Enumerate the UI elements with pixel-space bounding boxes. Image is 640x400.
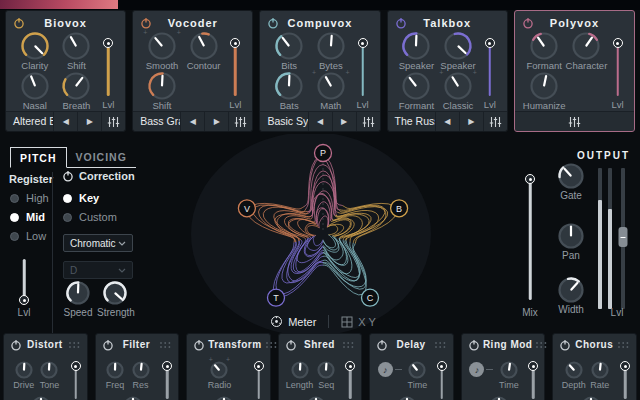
module-level-slider[interactable] bbox=[229, 34, 241, 100]
breath-knob[interactable]: Breath bbox=[56, 71, 98, 111]
preset-next-button[interactable]: ▶ bbox=[204, 112, 228, 131]
formant-knob[interactable]: Formant bbox=[523, 31, 566, 71]
drag-handle-icon[interactable] bbox=[617, 341, 630, 349]
register-low-radio[interactable]: Low bbox=[10, 230, 46, 242]
nasal-knob[interactable]: Nasal bbox=[14, 71, 56, 111]
xy-toggle[interactable]: X Y bbox=[341, 316, 376, 328]
pitch-level-slider[interactable] bbox=[18, 251, 30, 305]
fx-secondary-knob[interactable] bbox=[123, 395, 143, 400]
fx-level-slider[interactable] bbox=[70, 357, 82, 400]
module-settings-button[interactable] bbox=[228, 112, 252, 131]
fx-level-slider[interactable] bbox=[344, 357, 356, 400]
module-level-slider[interactable] bbox=[612, 34, 624, 100]
length-knob[interactable]: Length bbox=[286, 360, 314, 390]
time-knob[interactable]: Time bbox=[499, 360, 519, 390]
speed-knob[interactable] bbox=[65, 280, 91, 306]
module-settings-button[interactable] bbox=[515, 112, 634, 131]
rate-knob[interactable]: Rate bbox=[590, 360, 610, 390]
drag-handle-icon[interactable] bbox=[535, 341, 548, 349]
drag-handle-icon[interactable] bbox=[342, 341, 355, 349]
fx-level-slider-inner[interactable] bbox=[527, 357, 539, 400]
fx-secondary-knob[interactable] bbox=[397, 395, 417, 400]
module-power-icon[interactable] bbox=[13, 17, 25, 29]
output-level-slider[interactable] bbox=[621, 168, 625, 309]
module-power-icon[interactable] bbox=[267, 17, 279, 29]
module-level-slider[interactable] bbox=[102, 34, 114, 100]
width-knob[interactable]: Width bbox=[557, 276, 585, 315]
pan-knob[interactable]: Pan bbox=[557, 222, 585, 261]
character-knob[interactable]: Character bbox=[566, 31, 608, 71]
module-settings-button[interactable] bbox=[356, 112, 380, 131]
preset-next-button[interactable]: ▶ bbox=[332, 112, 356, 131]
fx-level-slider[interactable] bbox=[161, 357, 173, 400]
strength-knob[interactable] bbox=[102, 280, 128, 306]
fx-level-slider[interactable] bbox=[253, 357, 265, 400]
shift-knob[interactable]: Shift bbox=[56, 31, 98, 71]
fx-power-icon[interactable] bbox=[285, 339, 297, 351]
fx-secondary-knob[interactable] bbox=[214, 395, 234, 400]
correction-key-radio[interactable]: Key bbox=[63, 192, 99, 204]
tone-knob[interactable]: Tone bbox=[39, 360, 59, 390]
res-knob[interactable]: Res bbox=[131, 360, 151, 390]
module-power-icon[interactable] bbox=[140, 17, 152, 29]
scale-dropdown[interactable]: Chromatic bbox=[63, 234, 133, 252]
fx-power-icon[interactable] bbox=[10, 339, 22, 351]
fx-secondary-knob[interactable] bbox=[581, 395, 601, 400]
preset-prev-button[interactable]: ◀ bbox=[180, 112, 204, 131]
preset-prev-button[interactable]: ◀ bbox=[53, 112, 77, 131]
fx-level-slider-inner[interactable] bbox=[344, 357, 356, 400]
drag-handle-icon[interactable] bbox=[68, 341, 81, 349]
depth-knob[interactable]: Depth bbox=[562, 360, 586, 390]
fx-power-icon[interactable] bbox=[193, 339, 205, 351]
preset-next-button[interactable]: ▶ bbox=[459, 112, 483, 131]
math-knob[interactable]: ++Math bbox=[310, 71, 352, 111]
shift-knob[interactable]: Shift bbox=[141, 71, 183, 111]
speaker-knob[interactable]: Speaker bbox=[396, 31, 438, 71]
output-level-handle[interactable] bbox=[619, 227, 628, 247]
fx-secondary-knob[interactable] bbox=[489, 395, 509, 400]
fx-secondary-knob[interactable] bbox=[306, 395, 326, 400]
preset-prev-button[interactable]: ◀ bbox=[435, 112, 459, 131]
viz-node-V[interactable]: V bbox=[238, 200, 255, 217]
time-knob[interactable]: Time bbox=[407, 360, 427, 390]
drag-handle-icon[interactable] bbox=[434, 341, 447, 349]
humanize-knob[interactable]: Humanize bbox=[523, 71, 566, 111]
fx-power-icon[interactable] bbox=[376, 339, 388, 351]
fx-power-icon[interactable] bbox=[559, 339, 571, 351]
module-power-icon[interactable] bbox=[395, 17, 407, 29]
drag-handle-icon[interactable] bbox=[265, 341, 278, 349]
smooth-knob[interactable]: ++Smooth bbox=[141, 31, 183, 71]
viz-node-T[interactable]: T bbox=[268, 289, 285, 306]
preset-prev-button[interactable]: ◀ bbox=[308, 112, 332, 131]
pitch-lvl-slider-inner[interactable] bbox=[18, 251, 30, 305]
fx-level-slider-inner[interactable] bbox=[619, 357, 631, 400]
classic-knob[interactable]: ++Classic bbox=[437, 71, 479, 111]
tempo-sync-toggle[interactable]: ♪ bbox=[378, 362, 404, 377]
drag-handle-icon[interactable] bbox=[159, 341, 172, 349]
viz-node-B[interactable]: B bbox=[391, 200, 408, 217]
module-settings-button[interactable] bbox=[483, 112, 507, 131]
preset-name[interactable]: Basic Syntax bbox=[260, 112, 307, 131]
register-mid-radio[interactable]: Mid bbox=[10, 211, 45, 223]
spectral-star-plot[interactable]: PBCTV bbox=[163, 134, 505, 333]
bits-knob[interactable]: Bits bbox=[268, 31, 310, 71]
seq-knob[interactable]: Seq bbox=[316, 360, 336, 390]
preset-name[interactable]: The Russell bbox=[388, 112, 435, 131]
drive-knob[interactable]: Drive bbox=[13, 360, 34, 390]
fx-level-slider-inner[interactable] bbox=[253, 357, 265, 400]
tab-pitch[interactable]: PITCH bbox=[10, 147, 67, 168]
fx-power-icon[interactable] bbox=[468, 339, 480, 351]
formant-knob[interactable]: Formant bbox=[396, 71, 438, 111]
freq-knob[interactable]: Freq bbox=[105, 360, 125, 390]
gate-knob[interactable]: Gate bbox=[557, 162, 585, 201]
fx-level-slider[interactable] bbox=[436, 357, 448, 400]
speaker-knob[interactable]: Speaker bbox=[437, 31, 479, 71]
module-power-icon[interactable] bbox=[522, 17, 534, 29]
fx-level-slider-inner[interactable] bbox=[161, 357, 173, 400]
fx-level-slider-inner[interactable] bbox=[436, 357, 448, 400]
bytes-knob[interactable]: Bytes bbox=[310, 31, 352, 71]
register-high-radio[interactable]: High bbox=[10, 192, 49, 204]
module-level-slider[interactable] bbox=[484, 34, 496, 100]
viz-node-C[interactable]: C bbox=[362, 289, 379, 306]
fx-power-icon[interactable] bbox=[102, 339, 114, 351]
